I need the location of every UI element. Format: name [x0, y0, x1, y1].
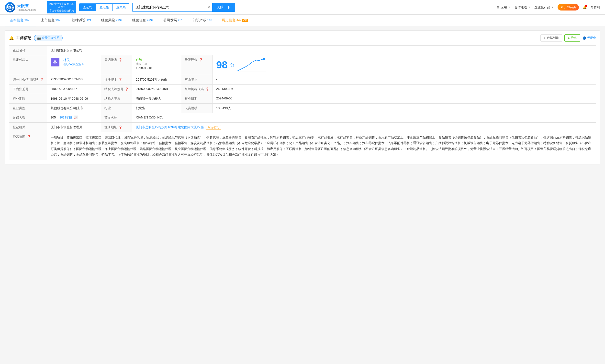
biz-scope-label: 经营范围 ❓: [9, 132, 47, 160]
tab-search-relation[interactable]: 查关系: [113, 4, 129, 11]
chevron-down-icon: ▼: [528, 6, 530, 9]
reg-address-help-icon[interactable]: ❓: [119, 126, 122, 129]
tab-company-dev[interactable]: 公司发展 231: [158, 15, 188, 26]
search-button[interactable]: 天眼一下: [212, 3, 235, 12]
tianyancha-logo-icon: 🔵: [582, 36, 586, 40]
table-row-insured: 参保人数 205 2023年报 📈 英文名称 XIAMEN C&D INC.: [9, 113, 596, 123]
crown-icon: ♛: [561, 6, 563, 9]
quick-view-button[interactable]: 📷 查看工商快照: [34, 35, 63, 41]
user-profile[interactable]: 肖青羽: [591, 5, 600, 10]
score-chart: 0 1 15 50 85 97 99 100: [237, 58, 266, 72]
company-info-table: 企业名称 厦门建发股份有限公司 法定代表人 林 林茂 任职57家企业 >: [9, 45, 596, 160]
taxpayer-id-help-icon[interactable]: ❓: [125, 88, 129, 91]
export-button[interactable]: ⬇ 导出: [564, 34, 580, 41]
tab-basic-info-label: 基本信息: [10, 18, 25, 22]
export-label: 导出: [571, 36, 577, 40]
tab-biz-risk[interactable]: 经营风险 999+: [96, 15, 127, 26]
data-correction-button[interactable]: ✏ 数据纠错: [540, 34, 562, 41]
social-credit-label: 统一社会信用代码 ❓: [9, 75, 47, 85]
table-row-legal-rep: 法定代表人 林 林茂 任职57家企业 > 登记状态 ❓: [9, 55, 596, 75]
warning-icon: 🔔: [9, 36, 14, 40]
open-member-button[interactable]: ♛ 开通会员: [558, 4, 579, 11]
reg-address-value: 厦门市思明区环岛东路1699号建发国际大厦29层 附近公司: [132, 123, 596, 132]
biz-period-label: 营业期限: [9, 94, 47, 104]
org-code-value: 26013034-6: [212, 85, 596, 94]
reg-authority-value: 厦门市市场监督管理局: [47, 123, 101, 132]
search-type-tabs: 查公司 查老板 查关系: [79, 3, 129, 11]
grid-icon: ⊞: [497, 5, 500, 9]
svg-text:天眼查: 天眼查: [6, 6, 14, 9]
tab-legal[interactable]: 法律诉讼 121: [67, 15, 96, 26]
biz-reg-no-value: 350200100004137: [47, 85, 101, 94]
org-code-help-icon[interactable]: ❓: [206, 88, 209, 91]
search-input[interactable]: [133, 3, 205, 11]
download-icon: ⬇: [568, 36, 570, 40]
camera-icon: 📷: [37, 36, 41, 40]
reg-address-text[interactable]: 厦门市思明区环岛东路1699号建发国际大厦29层: [136, 125, 204, 129]
score-unit: 分: [230, 62, 234, 68]
tab-listed-info[interactable]: 上市信息 999+: [36, 15, 67, 26]
table-row-biz-scope: 经营范围 ❓ 一般项目：货物进出口；技术进出口；进出口代理；国内贸易代理；贸易经…: [9, 132, 596, 160]
legal-rep-label: 法定代表人: [9, 55, 47, 75]
biz-scope-help-icon[interactable]: ❓: [27, 135, 31, 139]
data-correction-label: 数据纠错: [547, 36, 559, 40]
approval-date-value: 2024-09-05: [212, 94, 596, 104]
insured-count-label: 参保人数: [9, 113, 47, 123]
biz-scope-value: 一般项目：货物进出口；技术进出口；进出口代理；国内贸易代理；贸易经纪；贸易经纪与…: [47, 132, 596, 160]
approval-date-label: 核准日期: [181, 94, 213, 104]
legal-rep-company-link[interactable]: 任职57家企业 >: [63, 62, 84, 66]
chart-icon[interactable]: 📈: [74, 116, 78, 119]
section-header: 🔔 工商信息 📷 查看工商快照 ✏ 数据纠错 ⬇ 导出 🔵: [9, 34, 596, 41]
tab-ip[interactable]: 知识产权 118: [188, 15, 217, 26]
search-box: ✕ 天眼一下: [132, 3, 235, 12]
table-row-enterprise-name: 企业名称 厦门建发股份有限公司: [9, 46, 596, 55]
legal-rep-name[interactable]: 林茂: [63, 58, 84, 62]
quick-view-label: 查看工商快照: [42, 36, 59, 40]
table-row-social-credit: 统一社会信用代码 ❓ 91350200260130346B 注册资本 ❓ 294…: [9, 75, 596, 85]
tab-basic-info[interactable]: 基本信息 999+: [5, 15, 36, 26]
taxpayer-qual-value: 增值税一般纳税人: [132, 94, 181, 104]
reg-status-help-icon[interactable]: ❓: [119, 58, 122, 62]
table-row-enterprise-type: 企业类型 其他股份有限公司(上市) 行业 批发业 人员规模 100-499人: [9, 104, 596, 113]
chevron-down-icon: ▼: [551, 6, 554, 9]
nav-enterprise[interactable]: 企业级产品 ▼: [534, 5, 554, 10]
tab-biz-info[interactable]: 经营信息 999+: [127, 15, 158, 26]
tab-biz-info-label: 经营信息: [132, 18, 147, 22]
tab-listed-info-label: 上市信息: [41, 18, 55, 22]
nearby-company-button[interactable]: 附近公司: [206, 125, 221, 130]
tab-company-dev-label: 公司发展: [163, 18, 178, 22]
logo-icon: 天眼查: [5, 2, 15, 13]
nav-cooperation[interactable]: 合作通道 ▼: [514, 5, 530, 10]
score-number: 98: [216, 59, 228, 71]
member-label: 开通会员: [564, 5, 576, 9]
reg-capital-help-icon[interactable]: ❓: [119, 78, 122, 81]
nav-apps[interactable]: ⊞ 应用 ▼: [497, 5, 510, 10]
edit-icon: ✏: [544, 36, 546, 40]
table-row-reg-authority: 登记机关 厦门市市场监督管理局 注册地址 ❓ 厦门市思明区环岛东路1699号建发…: [9, 123, 596, 132]
score-area: 98 分 0 1 15 50 85 97: [216, 58, 592, 72]
search-clear-icon[interactable]: ✕: [205, 5, 212, 10]
tab-basic-info-count: 999+: [25, 19, 31, 22]
enterprise-type-label: 企业类型: [9, 104, 47, 113]
section-title-text: 工商信息: [16, 35, 31, 40]
reg-capital-label: 注册资本 ❓: [101, 75, 132, 85]
social-credit-value: 91350200260130346B: [47, 75, 101, 85]
section-header-actions: ✏ 数据纠错 ⬇ 导出 🔵 天眼查: [540, 34, 596, 41]
staff-scale-label: 人员规模: [181, 104, 213, 113]
founded-date-value: 1998-06-10: [136, 66, 152, 70]
notification-bell[interactable]: 🔔: [583, 5, 587, 9]
sub-navigation: 基本信息 999+ 上市信息 999+ 法律诉讼 121 经营风险 999+ 经…: [0, 15, 605, 26]
tianyan-score-help-icon[interactable]: ❓: [199, 58, 203, 62]
table-row-biz-period: 营业期限 1998-06-10 至 2048-06-09 纳税人资质 增值税一般…: [9, 94, 596, 104]
tab-history[interactable]: 历史信息 449VIP: [217, 15, 253, 26]
tab-search-boss[interactable]: 查老板: [96, 4, 113, 11]
industry-value: 批发业: [132, 104, 181, 113]
enterprise-name-value: 厦门建发股份有限公司: [47, 46, 596, 55]
insured-report-link[interactable]: 2023年报: [60, 116, 72, 119]
chevron-down-icon: ▼: [508, 6, 510, 9]
tab-search-company[interactable]: 查公司: [80, 4, 96, 11]
social-credit-help-icon[interactable]: ❓: [40, 78, 43, 81]
paid-capital-value: -: [212, 75, 596, 85]
main-content: 🔔 工商信息 📷 查看工商快照 ✏ 数据纠错 ⬇ 导出 🔵: [0, 26, 605, 361]
reg-status-label: 登记状态 ❓: [101, 55, 132, 75]
